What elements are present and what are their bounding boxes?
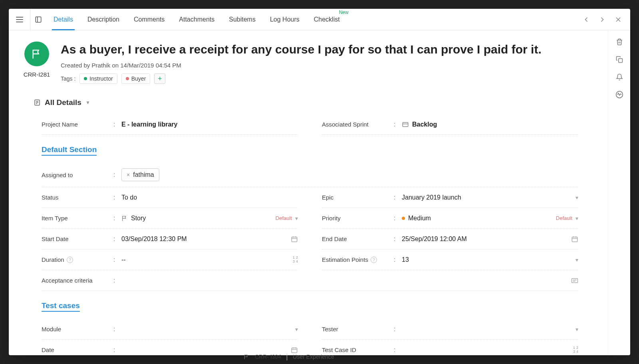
footer-preview-bar: CRR- I304 User Experience [28, 350, 639, 364]
chevron-down-icon[interactable]: ▾ [295, 215, 298, 222]
chevron-down-icon[interactable]: ▾ [575, 194, 578, 201]
field-priority: Priority : Medium Default▾ [322, 208, 578, 229]
field-module: Module : ▾ [42, 319, 298, 340]
all-details-label: All Details [45, 98, 81, 107]
chevron-right-icon [598, 16, 606, 24]
tags-label: Tags : [61, 75, 75, 82]
field-associated-sprint: Associated Sprint : Backlog [322, 114, 578, 135]
tabs-bar: Details Description Comments Attachments… [46, 9, 579, 30]
footer-item-id[interactable]: CRR- I304 [255, 354, 281, 360]
field-assigned-to: Assigned to : × fathima [42, 163, 578, 187]
status-value[interactable]: To do [121, 194, 298, 201]
chevron-down-icon[interactable]: ▾ [575, 326, 578, 332]
svg-rect-9 [292, 237, 297, 241]
next-item-button[interactable] [595, 12, 609, 27]
bell-icon [616, 73, 623, 81]
tab-label: Attachments [179, 16, 214, 23]
text-icon [571, 278, 578, 283]
hamburger-icon [16, 17, 23, 22]
collapse-icon [35, 16, 42, 23]
item-type-value[interactable]: Story [121, 215, 276, 222]
remove-assignee-icon[interactable]: × [127, 172, 130, 178]
item-avatar [24, 42, 49, 66]
tag-dot-icon [126, 77, 129, 80]
main-content: CRR-I281 As a buyer, I receive a receipt… [9, 30, 608, 355]
chevron-down-icon[interactable]: ▾ [575, 257, 578, 263]
field-item-type: Item Type : Story Default▾ [42, 208, 298, 229]
svg-rect-17 [572, 278, 578, 283]
nav-actions [579, 12, 630, 27]
item-title[interactable]: As a buyer, I receive a receipt for any … [61, 42, 590, 57]
sprint-icon [402, 121, 409, 128]
tag-dot-icon [84, 77, 87, 80]
item-detail-modal: Details Description Comments Attachments… [9, 9, 630, 355]
close-button[interactable] [611, 12, 625, 27]
duration-value[interactable]: -- [121, 256, 293, 263]
tab-label: Comments [134, 16, 165, 23]
chevron-down-icon[interactable]: ▼ [85, 100, 90, 105]
svg-rect-13 [572, 237, 577, 241]
field-duration: Duration? : -- 1234 [42, 249, 298, 270]
tab-subitems[interactable]: Subitems [222, 9, 263, 30]
start-date-value[interactable]: 03/Sep/2018 12:30 PM [121, 235, 291, 243]
test-cases-header[interactable]: Test cases [42, 301, 80, 312]
add-tag-button[interactable]: + [154, 73, 165, 84]
help-icon[interactable]: ? [67, 257, 73, 263]
calendar-icon[interactable] [571, 235, 578, 243]
field-project-name: Project Name : E - learning library [42, 114, 298, 135]
notifications-button[interactable] [615, 73, 624, 81]
tab-label: Subitems [229, 16, 256, 23]
calendar-icon[interactable] [291, 235, 298, 243]
delete-button[interactable] [615, 38, 624, 46]
copy-icon [616, 56, 623, 63]
tab-checklist[interactable]: Checklist New [307, 9, 347, 30]
tab-attachments[interactable]: Attachments [172, 9, 222, 30]
item-id: CRR-I281 [24, 71, 50, 78]
new-badge: New [339, 10, 349, 15]
chevron-down-icon[interactable]: ▾ [295, 326, 298, 332]
menu-button[interactable] [9, 9, 30, 30]
trash-icon [616, 38, 623, 46]
tab-details[interactable]: Details [46, 9, 80, 30]
chevron-left-icon [582, 16, 590, 24]
assignee-chip[interactable]: × fathima [121, 168, 159, 181]
default-badge: Default [556, 215, 572, 221]
associated-sprint-value[interactable]: Backlog [402, 121, 578, 128]
field-end-date: End Date : 25/Sep/2019 12:00 AM [322, 229, 578, 249]
tags-row: Tags : Instructor Buyer + [61, 73, 590, 84]
svg-rect-0 [36, 17, 41, 22]
details-icon [34, 99, 41, 106]
svg-rect-7 [403, 122, 408, 127]
svg-rect-27 [618, 59, 622, 63]
tag-instructor[interactable]: Instructor [79, 73, 117, 84]
created-by-text: Created by Prathik on 14/Mar/2019 04:54 … [61, 62, 590, 69]
flag-icon [31, 48, 42, 59]
tag-buyer[interactable]: Buyer [121, 73, 151, 84]
field-estimation-points: Estimation Points? : 13 ▾ [322, 249, 578, 270]
activity-button[interactable] [615, 90, 624, 99]
tab-label: Log Hours [270, 16, 300, 23]
tab-comments[interactable]: Comments [127, 9, 172, 30]
side-action-rail [608, 30, 630, 355]
tab-label: Description [87, 16, 119, 23]
collapse-panel-button[interactable] [30, 16, 46, 23]
priority-dot-icon [402, 217, 405, 220]
activity-icon [615, 91, 623, 99]
chevron-down-icon[interactable]: ▾ [575, 215, 578, 222]
project-name-value[interactable]: E - learning library [121, 121, 298, 128]
field-tester: Tester : ▾ [322, 319, 578, 340]
epic-value[interactable]: January 2019 launch [402, 194, 575, 201]
close-icon [614, 16, 622, 24]
tab-label: Checklist [314, 16, 340, 23]
estimation-points-value[interactable]: 13 [402, 256, 575, 263]
default-section-header[interactable]: Default Section [42, 145, 97, 156]
help-icon[interactable]: ? [371, 257, 377, 263]
tab-log-hours[interactable]: Log Hours [263, 9, 307, 30]
field-status: Status : To do [42, 187, 298, 208]
prev-item-button[interactable] [579, 12, 593, 27]
copy-button[interactable] [615, 55, 624, 64]
priority-value[interactable]: Medium [402, 215, 556, 222]
end-date-value[interactable]: 25/Sep/2019 12:00 AM [402, 235, 571, 243]
tab-description[interactable]: Description [80, 9, 127, 30]
field-acceptance-criteria: Acceptance criteria : [42, 270, 578, 291]
